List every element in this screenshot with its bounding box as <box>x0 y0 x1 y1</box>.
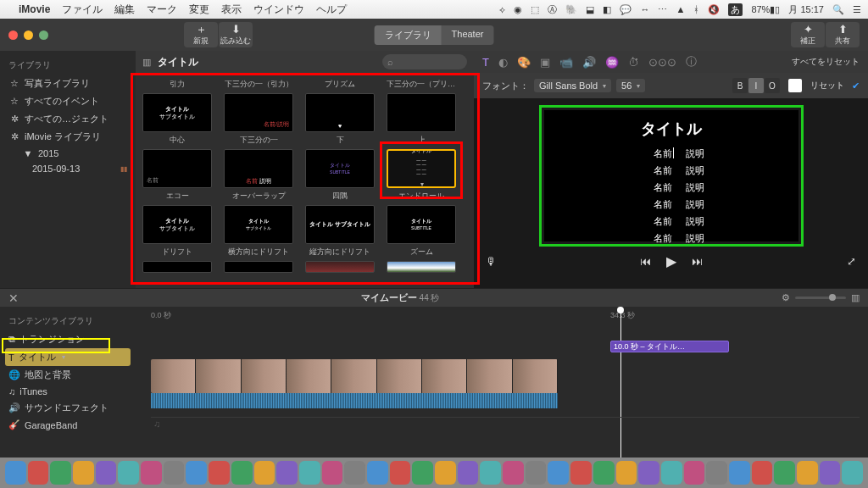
dock-app[interactable] <box>570 461 592 485</box>
music-track[interactable]: ♫ <box>151 417 860 430</box>
preview-canvas[interactable]: タイトル 名前説明 名前説明 名前説明 名前説明 名前説明 名前説明 <box>544 110 798 241</box>
dock-app[interactable] <box>706 461 727 485</box>
content-item-itunes[interactable]: ♫iTunes <box>5 384 131 399</box>
italic-button[interactable]: I <box>748 78 764 93</box>
dock-app[interactable] <box>231 461 253 485</box>
status-icon[interactable]: ⟡ <box>499 4 505 15</box>
font-select[interactable]: Gill Sans Bold <box>534 79 611 92</box>
clip-view-icon[interactable]: ▥ <box>851 292 860 303</box>
dock-app[interactable] <box>276 461 298 485</box>
title-item-vdrift[interactable]: タイトル サブタイトル縦方向にドリフト <box>305 205 375 258</box>
notifications-icon[interactable]: ☰ <box>853 4 861 15</box>
dock-app[interactable] <box>435 461 456 485</box>
sidebar-item-imovie-library[interactable]: ✲iMovie ライブラリ <box>5 128 131 146</box>
dock-app[interactable] <box>209 461 230 485</box>
sidebar-item-year[interactable]: ▼2015 <box>5 146 131 161</box>
app-name[interactable]: iMovie <box>19 3 50 15</box>
dock-app[interactable] <box>616 461 637 485</box>
new-button[interactable]: ＋新規 <box>184 22 218 47</box>
crop-icon[interactable]: ▣ <box>540 56 550 69</box>
prev-button[interactable]: ⏮ <box>640 255 651 268</box>
battery-status[interactable]: 87% ▮▯ <box>751 4 780 15</box>
noise-icon[interactable]: ♒ <box>605 56 619 69</box>
dock-app[interactable] <box>526 461 547 485</box>
content-item-garageband[interactable]: 🎸GarageBand <box>5 417 131 433</box>
dock-app[interactable] <box>28 461 49 485</box>
next-button[interactable]: ⏭ <box>692 255 703 268</box>
title-item-echo[interactable]: 名前エコー <box>142 149 212 202</box>
dock-app[interactable] <box>458 461 479 485</box>
bluetooth-icon[interactable]: ᚼ <box>693 4 699 14</box>
theater-tab[interactable]: Theater <box>442 25 494 45</box>
wifi-icon[interactable]: ▲ <box>676 4 685 14</box>
info-icon[interactable]: ⓘ <box>686 54 697 69</box>
evernote-icon[interactable]: 🐘 <box>565 4 577 15</box>
library-tab[interactable]: ライブラリ <box>375 25 442 45</box>
text-adjust-icon[interactable]: T <box>482 56 489 69</box>
clock[interactable]: 月 15:17 <box>788 3 824 16</box>
dock-app[interactable] <box>73 461 94 485</box>
status-icon[interactable]: ⬚ <box>531 4 539 15</box>
playhead[interactable] <box>620 307 621 458</box>
status-icon[interactable]: ◉ <box>514 4 522 15</box>
title-item-overlap[interactable]: 名前 説明オーバーラップ <box>224 149 293 202</box>
dock-app[interactable] <box>141 461 162 485</box>
search-input[interactable]: ⌕ <box>382 54 467 69</box>
import-button[interactable]: ⬇読み込む <box>219 22 253 47</box>
dock-app[interactable] <box>367 461 388 485</box>
color-swatch[interactable] <box>788 79 802 92</box>
title-item[interactable] <box>387 261 456 273</box>
status-icon[interactable]: Ⓐ <box>548 3 557 16</box>
content-item-maps[interactable]: 🌐地図と背景 <box>5 366 131 384</box>
status-icon[interactable]: ↔ <box>640 4 649 14</box>
dock-app[interactable] <box>254 461 275 485</box>
status-icon[interactable]: ◧ <box>603 4 611 15</box>
dock-app[interactable] <box>344 461 365 485</box>
volume-icon[interactable]: 🔇 <box>708 4 720 15</box>
dock-app[interactable] <box>593 461 615 485</box>
title-clip[interactable]: 10.0 秒 – タイトル… <box>610 341 729 352</box>
dock-app[interactable] <box>164 461 185 485</box>
title-item-lower-third[interactable]: 名前/説明下三分の一 <box>224 93 293 146</box>
volume-icon[interactable]: 🔊 <box>582 56 596 69</box>
settings-icon[interactable]: ⚙ <box>782 292 790 303</box>
play-button[interactable]: ▶ <box>666 253 676 269</box>
zoom-slider[interactable] <box>795 297 846 299</box>
color-adjust-icon[interactable]: ◐ <box>498 56 508 69</box>
reset-all-button[interactable]: すべてをリセット <box>792 56 860 68</box>
video-track[interactable] <box>151 359 558 393</box>
title-item-zoom[interactable]: タイトルSUBTITLEズーム <box>387 205 456 258</box>
dock-app[interactable] <box>842 461 863 485</box>
dock-app[interactable] <box>548 461 569 485</box>
status-icon[interactable]: 💬 <box>620 4 632 15</box>
content-item-sfx[interactable]: 🔊サウンドエフェクト <box>5 399 131 417</box>
stabilize-icon[interactable]: 📹 <box>559 56 573 69</box>
dock-app[interactable] <box>661 461 682 485</box>
dock-app[interactable] <box>118 461 139 485</box>
title-item-center[interactable]: タイトルサブタイトル中心 <box>142 93 212 146</box>
dropbox-icon[interactable]: ⬓ <box>586 4 594 15</box>
dock-app[interactable] <box>96 461 117 485</box>
sidebar-item-all-events[interactable]: ☆すべてのイベント <box>5 92 131 110</box>
spotlight-icon[interactable]: 🔍 <box>832 4 844 15</box>
fullscreen-icon[interactable]: ⤢ <box>847 255 856 268</box>
dock-app[interactable] <box>774 461 795 485</box>
minimize-window[interactable] <box>24 30 33 40</box>
dock-app[interactable] <box>503 461 524 485</box>
menu-mark[interactable]: マーク <box>147 3 177 17</box>
title-item-drift[interactable]: タイトルサブタイトルドリフト <box>142 205 212 258</box>
dock-app[interactable] <box>638 461 659 485</box>
input-source-icon[interactable]: あ <box>728 3 743 16</box>
dock-app[interactable] <box>729 461 750 485</box>
close-window[interactable] <box>8 30 18 40</box>
menu-window[interactable]: ウインドウ <box>253 3 304 17</box>
voiceover-icon[interactable]: 🎙 <box>486 255 497 268</box>
content-item-titles[interactable]: Tタイトル <box>5 348 131 366</box>
list-view-icon[interactable]: ▥ <box>142 57 151 68</box>
bold-button[interactable]: B <box>732 78 748 93</box>
menu-edit[interactable]: 編集 <box>114 3 135 17</box>
dock-app[interactable] <box>299 461 320 485</box>
dock-app[interactable] <box>820 461 841 485</box>
title-item-hdrift[interactable]: タイトルサブタイトル横方向にドリフト <box>224 205 293 258</box>
menu-change[interactable]: 変更 <box>189 3 209 17</box>
